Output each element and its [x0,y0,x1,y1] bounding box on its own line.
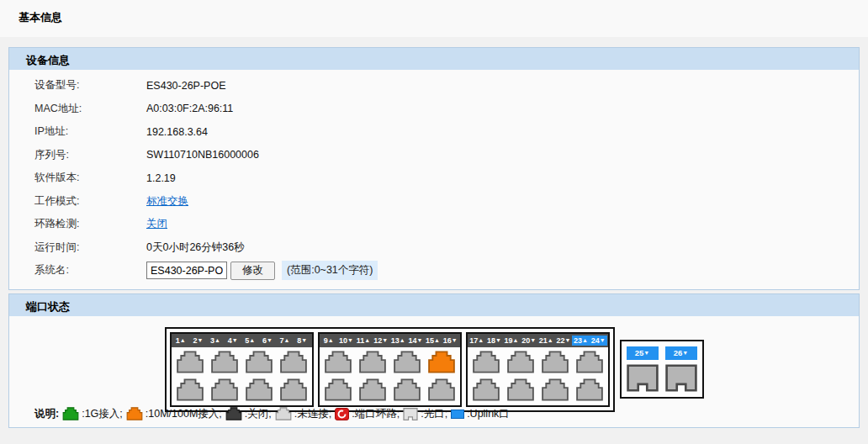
port-19-label: 19▲ [503,336,521,346]
rj45-port-icon [472,378,500,401]
rj45-port-icon [324,378,352,401]
info-row-label: IP地址: [9,124,146,139]
port-3-icon [210,351,239,373]
port-26-label: 26▼ [665,346,697,360]
info-value-link[interactable]: 标准交换 [146,195,188,207]
rj45-port-icon [245,378,273,401]
info-row-value: 192.168.3.64 [146,126,208,138]
legend-item-text: :光口; [421,407,447,421]
info-row-3: IP地址:192.168.3.64 [9,120,859,144]
port-15-icon [427,351,456,373]
port-12-label: 12▼ [372,336,389,346]
port-13-label: 13▲ [389,336,407,346]
port-5-label: 5▲ [241,336,259,346]
port-16-icon [427,378,456,401]
legend-item: :关闭; [225,407,272,421]
port-11-icon [358,351,387,373]
port-21-label: 21▲ [537,336,555,346]
rj45-port-icon [225,407,242,420]
rj45-port-icon [575,351,604,373]
port-8-icon [279,378,308,401]
info-row-value: A0:03:0F:2A:96:11 [146,103,233,114]
info-row-4: 序列号:SW110710NB16000006 [9,144,859,167]
rj45-port-icon [506,351,535,373]
legend-item: :光口; [403,407,447,421]
port-20-label: 20▼ [520,336,537,346]
port-group-header: 9▲10▼11▲12▼13▲14▼15▲16▼ [320,334,460,347]
rj45-port-icon [506,378,535,401]
info-row-value: 0天0小时26分钟36秒 [146,240,245,255]
port-18-icon [472,378,500,401]
system-name-row: 系统名: 修改 (范围:0~31个字符) [9,259,859,283]
port-6-label: 6▼ [259,336,277,346]
port-21-icon [541,351,569,373]
port-10-label: 10▼ [337,336,355,346]
port-22-label: 22▼ [555,336,573,346]
port-group: 9▲10▼11▲12▼13▲14▼15▲16▼ [318,332,462,407]
info-row-label: 序列号: [9,148,146,162]
rj45-port-icon [472,351,500,373]
device-info-panel: 设备信息 设备型号:ES430-26P-POEMAC地址:A0:03:0F:2A… [8,47,860,290]
port-status-header: 端口状态 [9,294,859,316]
rj45-port-icon [210,378,239,401]
system-name-label: 系统名: [9,263,146,278]
legend-item-text: :未连接; [294,407,331,421]
port-24-label: 24▼ [590,336,607,346]
port-20-icon [506,378,535,401]
port-2-icon [176,378,204,401]
rj45-port-icon [279,351,308,373]
port-18-label: 18▼ [485,336,503,346]
port-group: 17▲18▼19▲20▼21▲22▼23▲24▼ [466,332,610,407]
port-25-icon [627,364,659,392]
port-grid [468,347,608,405]
port-23-icon [575,351,604,373]
legend-label: 说明: [34,407,59,421]
port-4-icon [210,378,239,401]
rj45-port-icon [279,378,308,401]
fiber-port-icon [403,408,418,420]
rj45-port-icon [275,407,292,420]
port-7-label: 7▲ [276,336,294,346]
legend-item-text: :Uplink口 [467,407,510,421]
info-row-2: MAC地址:A0:03:0F:2A:96:11 [9,98,859,121]
page-title: 基本信息 [0,0,868,25]
modify-button[interactable]: 修改 [230,262,275,280]
rj45-port-icon [176,351,204,373]
system-name-input[interactable] [146,262,227,279]
info-row-label: 设备型号: [9,78,146,92]
port-22-icon [541,378,569,401]
port-13-icon [393,351,421,373]
port-14-icon [393,378,421,401]
info-row-7: 环路检测:关闭 [9,213,859,236]
rj45-port-icon [427,378,456,401]
info-value-link[interactable]: 关闭 [146,218,167,230]
info-row-value: SW110710NB16000006 [146,149,259,161]
legend-item: :Uplink口 [451,407,510,421]
rj45-port-icon [393,351,421,373]
rj45-port-icon [210,351,239,373]
rj45-port-icon [541,378,569,401]
port-group: 1▲2▼3▲4▼5▲6▼7▲8▼ [170,332,314,407]
port-12-icon [358,378,387,401]
port-9-label: 9▲ [320,336,338,346]
port-26-icon [665,364,697,392]
sfp-ports-box: 25▼26▼ [620,340,704,399]
loop-icon [335,408,349,420]
device-info-header: 设备信息 [9,48,859,70]
device-info-body: 设备型号:ES430-26P-POEMAC地址:A0:03:0F:2A:96:1… [9,70,859,289]
page-header: 基本信息 [0,0,868,37]
port-10-icon [324,378,352,401]
info-row-value: 关闭 [146,217,167,231]
info-row-8: 运行时间:0天0小时26分钟36秒 [9,236,859,260]
legend-item: :端口环路; [335,407,400,421]
info-row-label: 软件版本: [9,171,146,185]
port-5-icon [245,351,273,373]
device-info-rows: 设备型号:ES430-26P-POEMAC地址:A0:03:0F:2A:96:1… [9,74,859,259]
info-row-label: MAC地址: [9,102,146,116]
rj45-port-icon [393,378,421,401]
rj45-port-icon [358,351,387,373]
port-grid [172,347,312,405]
rj45-port-icon [427,351,456,373]
port-grid [320,347,460,405]
rj45-port-icon [126,407,143,420]
